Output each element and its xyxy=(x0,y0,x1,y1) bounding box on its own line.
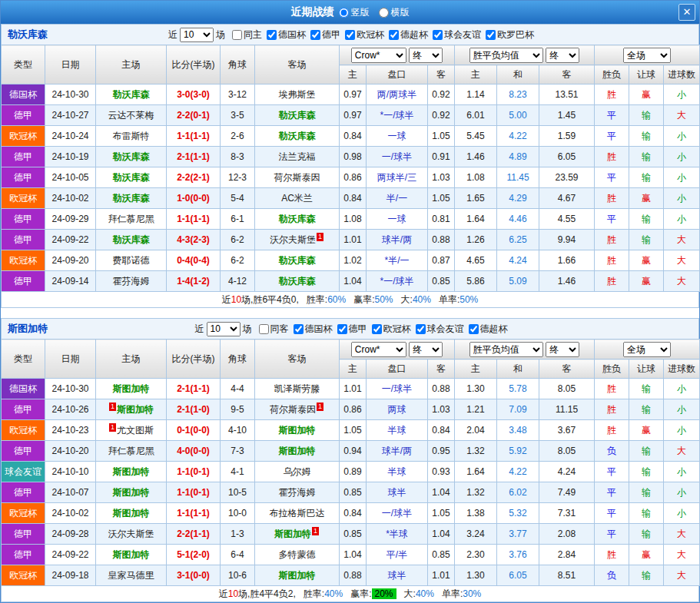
europe-odds-select[interactable]: 胜平负均值 xyxy=(469,342,543,357)
competition-checkbox-input[interactable] xyxy=(345,30,355,40)
vertical-radio[interactable] xyxy=(339,8,349,18)
home-team-name[interactable]: 皇家马德里 xyxy=(108,570,154,581)
sub-column-header: 主 xyxy=(340,65,367,84)
horizontal-radio[interactable] xyxy=(379,8,389,18)
away-team-name[interactable]: 勒沃库森 xyxy=(279,110,316,121)
eu-away-odds: 3.67 xyxy=(539,420,595,441)
home-team-name[interactable]: 勒沃库森 xyxy=(113,151,150,162)
competition-filter-checkbox[interactable]: 德甲 xyxy=(337,323,367,336)
competition-filter-checkbox[interactable]: 球会友谊 xyxy=(416,323,464,336)
recent-count-select[interactable]: 10 xyxy=(207,322,241,336)
home-team-name[interactable]: 霍芬海姆 xyxy=(113,276,150,287)
competition-filter-checkbox[interactable]: 球会友谊 xyxy=(433,28,481,41)
competition-filter-checkbox[interactable]: 德甲 xyxy=(310,28,340,41)
competition-checkbox-input[interactable] xyxy=(469,324,479,334)
away-team-name[interactable]: 荷尔斯泰因 xyxy=(274,172,320,183)
odds-time-select[interactable]: 终 xyxy=(409,48,443,63)
match-result: 负 xyxy=(595,565,629,586)
away-team-name[interactable]: 凯泽斯劳滕 xyxy=(274,383,320,394)
home-team-name[interactable]: 拜仁慕尼黑 xyxy=(108,214,154,224)
home-team-cell: 皇家马德里 xyxy=(96,565,167,586)
competition-filter-checkbox[interactable]: 欧冠杯 xyxy=(372,323,411,336)
red-card-badge: 1 xyxy=(109,403,116,411)
away-team-name[interactable]: 多特蒙德 xyxy=(279,549,316,560)
competition-checkbox-input[interactable] xyxy=(267,30,277,40)
competition-filter-checkbox[interactable]: 德国杯 xyxy=(267,28,306,41)
scope-select[interactable]: 全场 xyxy=(623,342,671,357)
competition-filter-checkbox[interactable]: 欧罗巴杯 xyxy=(486,28,534,41)
home-team-name[interactable]: 勒沃库森 xyxy=(113,193,150,204)
away-team-name[interactable]: 斯图加特 xyxy=(274,528,311,539)
away-team-name[interactable]: AC米兰 xyxy=(281,193,313,204)
home-team-name[interactable]: 沃尔夫斯堡 xyxy=(108,528,154,539)
home-team-name[interactable]: 布雷斯特 xyxy=(113,131,150,141)
home-team-name[interactable]: 拜仁慕尼黑 xyxy=(108,446,154,456)
competition-checkbox-input[interactable] xyxy=(310,30,320,40)
away-team-name[interactable]: 沃尔夫斯堡 xyxy=(270,234,316,245)
away-team-name[interactable]: 斯图加特 xyxy=(279,425,316,436)
ah-away-odds: 0.87 xyxy=(428,250,455,271)
competition-filter-checkbox[interactable]: 德超杯 xyxy=(469,323,508,336)
home-team-name[interactable]: 勒沃库森 xyxy=(113,172,150,183)
home-team-name[interactable]: 斯图加特 xyxy=(117,404,154,415)
competition-checkbox-input[interactable] xyxy=(389,30,399,40)
home-team-name[interactable]: 费耶诺德 xyxy=(113,255,150,266)
home-team-name[interactable]: 尤文图斯 xyxy=(117,425,154,436)
home-team-name[interactable]: 勒沃库森 xyxy=(113,234,150,245)
competition-checkbox-input[interactable] xyxy=(294,324,304,334)
away-team-name[interactable]: 法兰克福 xyxy=(279,151,316,162)
column-header: 客场 xyxy=(255,340,340,379)
eu-away-odds: 6.05 xyxy=(539,147,595,167)
scope-select[interactable]: 全场 xyxy=(623,48,671,63)
away-team-name[interactable]: 布拉格斯巴达 xyxy=(270,508,325,519)
away-team-cell: 法兰克福 xyxy=(255,147,340,167)
away-team-name[interactable]: 勒沃库森 xyxy=(279,131,316,141)
home-team-name[interactable]: 斯图加特 xyxy=(113,508,150,519)
corners: 7-3 xyxy=(221,441,255,462)
same-venue-checkbox[interactable]: 同客 xyxy=(259,323,289,336)
away-team-name[interactable]: 勒沃库森 xyxy=(279,255,316,266)
close-button[interactable]: ✕ xyxy=(678,4,695,21)
competition-checkbox-input[interactable] xyxy=(486,30,496,40)
away-team-name[interactable]: 埃弗斯堡 xyxy=(279,89,316,100)
competition-checkbox-input[interactable] xyxy=(433,30,443,40)
away-team-name[interactable]: 乌尔姆 xyxy=(284,466,311,477)
competition-filter-checkbox[interactable]: 德超杯 xyxy=(389,28,428,41)
away-team-name[interactable]: 斯图加特 xyxy=(279,446,316,456)
column-header: 类型 xyxy=(2,340,45,379)
home-team-name[interactable]: 斯图加特 xyxy=(113,549,150,560)
odds-company-select[interactable]: Crow* xyxy=(351,48,406,63)
match-row: 德甲24-09-29拜仁慕尼黑1-1(1-1)6-1勒沃库森1.08一球0.81… xyxy=(2,209,700,230)
europe-time-select[interactable]: 终 xyxy=(546,342,579,357)
away-team-name[interactable]: 勒沃库森 xyxy=(279,214,316,224)
same-venue-checkbox-input[interactable] xyxy=(232,30,242,40)
competition-checkbox-input[interactable] xyxy=(337,324,347,334)
handicap-result: 输 xyxy=(629,209,664,230)
odds-time-select[interactable]: 终 xyxy=(409,342,443,357)
home-team-name[interactable]: 勒沃库森 xyxy=(113,89,150,100)
home-team-name[interactable]: 云达不莱梅 xyxy=(108,110,154,121)
match-row: 德甲24-10-261斯图加特2-1(1-0)9-5荷尔斯泰因10.86两球1.… xyxy=(2,399,700,420)
eu-away-odds: 9.94 xyxy=(539,230,595,250)
recent-count-select[interactable]: 10 xyxy=(180,28,214,42)
vertical-layout-option[interactable]: 竖版 xyxy=(339,6,370,19)
competition-checkbox-input[interactable] xyxy=(372,324,382,334)
home-team-name[interactable]: 斯图加特 xyxy=(113,487,150,498)
horizontal-layout-option[interactable]: 横版 xyxy=(379,6,410,19)
competition-filter-checkbox[interactable]: 欧冠杯 xyxy=(345,28,384,41)
same-venue-checkbox[interactable]: 同主 xyxy=(232,28,262,41)
europe-time-select[interactable]: 终 xyxy=(546,48,579,63)
same-venue-checkbox-input[interactable] xyxy=(259,324,269,334)
away-team-name[interactable]: 霍芬海姆 xyxy=(279,487,316,498)
home-team-cell: 斯图加特 xyxy=(96,379,167,399)
competition-filter-checkbox[interactable]: 德国杯 xyxy=(294,323,333,336)
away-team-name[interactable]: 勒沃库森 xyxy=(279,276,316,287)
away-team-name[interactable]: 荷尔斯泰因 xyxy=(270,404,316,415)
competition-checkbox-input[interactable] xyxy=(416,324,426,334)
europe-odds-select[interactable]: 胜平负均值 xyxy=(469,48,543,63)
home-team-name[interactable]: 斯图加特 xyxy=(113,466,150,477)
odds-company-select[interactable]: Crow* xyxy=(351,342,406,357)
home-team-name[interactable]: 斯图加特 xyxy=(113,383,150,394)
away-team-name[interactable]: 斯图加特 xyxy=(279,570,316,581)
match-row: 欧冠杯24-09-20费耶诺德0-4(0-4)6-2勒沃库森1.02*半/一0.… xyxy=(2,250,700,271)
